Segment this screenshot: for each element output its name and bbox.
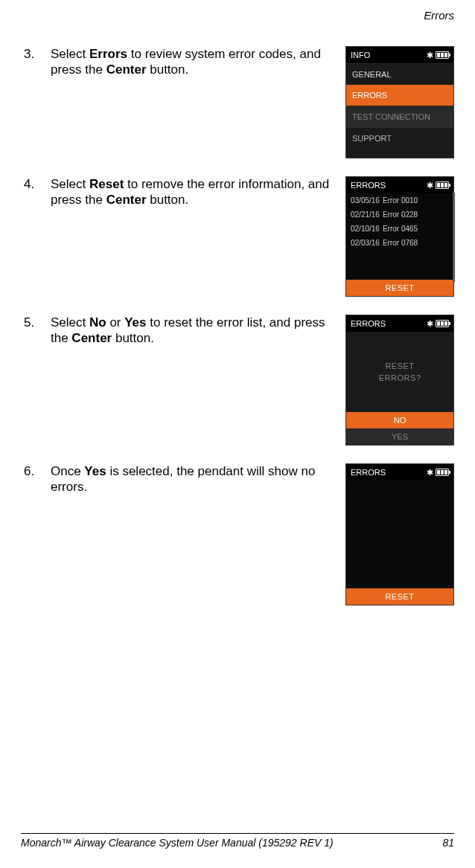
- step-6: 6. Once Yes is selected, the pendant wil…: [21, 463, 454, 605]
- text: Once: [51, 464, 84, 478]
- error-date: 03/05/16: [351, 196, 380, 205]
- step-number: 5.: [21, 315, 51, 330]
- bold: Center: [106, 62, 147, 77]
- status-icons: ✱: [427, 319, 449, 329]
- pendant-info-menu: INFO ✱ GENERAL ERRORS TEST CONNECTION SU…: [345, 46, 454, 158]
- bluetooth-icon: ✱: [427, 468, 433, 478]
- text: Select: [51, 47, 89, 61]
- error-code: Error 0228: [383, 210, 418, 219]
- error-date: 02/10/16: [351, 225, 380, 233]
- menu-item-general[interactable]: GENERAL: [346, 63, 453, 85]
- pendant-errors-empty: ERRORS ✱ RESET: [345, 463, 454, 605]
- step-body: Select Errors to review system error cod…: [51, 46, 337, 78]
- status-icons: ✱: [427, 51, 449, 60]
- menu-item-errors[interactable]: ERRORS: [346, 85, 453, 106]
- battery-icon: [436, 51, 449, 59]
- step-body: Once Yes is selected, the pendant will s…: [51, 463, 337, 495]
- step-4-text: 4. Select Reset to remove the error info…: [21, 176, 345, 208]
- pendant-body-empty: [346, 480, 453, 588]
- text: button.: [147, 193, 189, 207]
- reset-button[interactable]: RESET: [346, 588, 453, 605]
- step-5: 5. Select No or Yes to reset the error l…: [21, 315, 454, 446]
- main-content: 3. Select Errors to review system error …: [21, 46, 454, 623]
- pendant-header: ERRORS ✱: [346, 464, 453, 480]
- text: Select: [51, 177, 89, 191]
- error-date: 02/03/16: [351, 239, 380, 247]
- prompt-line: ERRORS?: [379, 372, 421, 385]
- pendant-reset-confirm: ERRORS ✱ RESET ERRORS? NO YES: [345, 315, 454, 446]
- menu-item-test-connection[interactable]: TEST CONNECTION: [346, 106, 453, 127]
- reset-prompt: RESET ERRORS?: [346, 332, 453, 412]
- pendant-body: [346, 250, 453, 280]
- step-number: 3.: [21, 46, 51, 62]
- pendant-title: ERRORS: [351, 468, 386, 477]
- scrollbar[interactable]: [453, 193, 455, 282]
- step-3: 3. Select Errors to review system error …: [21, 46, 454, 158]
- footer-page-number: 81: [442, 837, 454, 849]
- reset-button[interactable]: RESET: [346, 280, 453, 296]
- option-yes[interactable]: YES: [346, 428, 453, 445]
- battery-icon: [436, 469, 449, 476]
- error-row[interactable]: 02/03/16 Error 0768: [346, 236, 453, 250]
- text: Select: [51, 315, 89, 329]
- prompt-line: RESET: [385, 360, 414, 373]
- step-3-text: 3. Select Errors to review system error …: [21, 46, 345, 78]
- pendant-header: INFO ✱: [346, 47, 453, 63]
- option-no[interactable]: NO: [346, 412, 453, 428]
- pendant-title: ERRORS: [351, 181, 386, 190]
- error-date: 02/21/16: [351, 210, 380, 219]
- step-body: Select Reset to remove the error informa…: [51, 176, 337, 208]
- error-row[interactable]: 02/21/16 Error 0228: [346, 208, 453, 222]
- text: or: [106, 315, 125, 329]
- pendant-header: ERRORS ✱: [346, 177, 453, 193]
- step-number: 6.: [21, 463, 51, 479]
- bold: Yes: [84, 464, 106, 478]
- error-row[interactable]: 02/10/16 Error 0465: [346, 222, 453, 236]
- step-4: 4. Select Reset to remove the error info…: [21, 176, 454, 297]
- error-code: Error 0768: [383, 239, 418, 247]
- step-number: 4.: [21, 176, 51, 192]
- bold: No: [89, 315, 106, 329]
- bluetooth-icon: ✱: [427, 319, 433, 329]
- bluetooth-icon: ✱: [427, 181, 433, 190]
- status-icons: ✱: [427, 181, 449, 190]
- bold: Center: [71, 331, 112, 345]
- bold: Errors: [89, 47, 127, 61]
- step-body: Select No or Yes to reset the error list…: [51, 315, 337, 347]
- bold: Reset: [89, 177, 124, 191]
- page-footer: Monarch™ Airway Clearance System User Ma…: [21, 833, 454, 849]
- pendant-title: INFO: [351, 51, 370, 60]
- error-row[interactable]: 03/05/16 Error 0010: [346, 193, 453, 208]
- battery-icon: [436, 181, 449, 189]
- error-code: Error 0465: [383, 225, 418, 233]
- text: button.: [147, 62, 189, 77]
- bold: Yes: [124, 315, 146, 329]
- pendant-title: ERRORS: [351, 319, 386, 328]
- pendant-errors-list: ERRORS ✱ 03/05/16 Error 0010 02/21/16 Er…: [345, 176, 454, 297]
- battery-icon: [436, 320, 449, 327]
- menu-item-support[interactable]: SUPPORT: [346, 127, 453, 158]
- status-icons: ✱: [427, 468, 449, 478]
- bold: Center: [106, 193, 147, 207]
- text: button.: [112, 331, 154, 345]
- error-code: Error 0010: [383, 196, 418, 205]
- step-5-text: 5. Select No or Yes to reset the error l…: [21, 315, 345, 347]
- step-6-text: 6. Once Yes is selected, the pendant wil…: [21, 463, 345, 495]
- pendant-header: ERRORS ✱: [346, 315, 453, 332]
- footer-manual-title: Monarch™ Airway Clearance System User Ma…: [21, 837, 334, 849]
- page-header: Errors: [424, 9, 454, 22]
- bluetooth-icon: ✱: [427, 51, 433, 60]
